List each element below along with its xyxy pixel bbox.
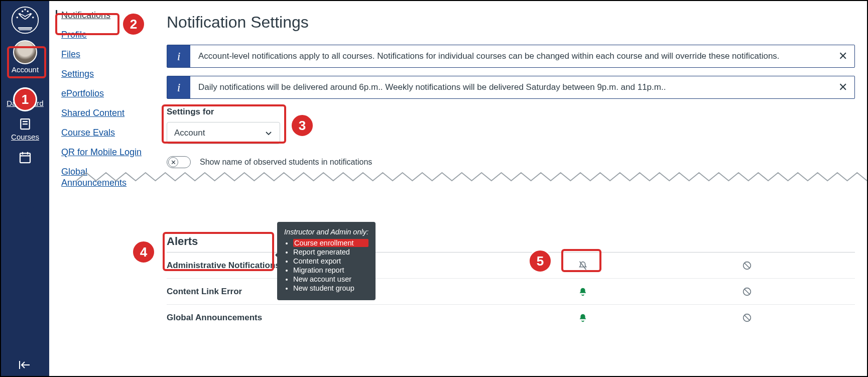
collapse-nav-button[interactable]: [1, 359, 49, 371]
subnav-shared-content[interactable]: Shared Content: [61, 108, 150, 118]
tooltip-item: New student group: [293, 284, 368, 292]
observed-students-toggle-row: ✕ Show name of observed students in noti…: [167, 156, 855, 168]
svg-point-2: [30, 13, 32, 15]
toggle-knob-off: ✕: [168, 157, 178, 167]
cle-channel-1-button[interactable]: [570, 282, 596, 302]
institution-logo: [9, 4, 41, 36]
book-icon: [18, 116, 33, 132]
svg-point-8: [25, 92, 26, 94]
info-icon: i: [167, 45, 190, 67]
speedometer-icon: [18, 83, 33, 98]
collapse-icon: [18, 359, 33, 371]
row-content-link-error: Content Link Error: [167, 278, 855, 304]
ga-channel-2-button[interactable]: [734, 308, 760, 328]
settings-for-label: Settings for: [167, 107, 855, 117]
observed-students-toggle[interactable]: ✕: [167, 156, 191, 168]
subnav-files[interactable]: Files: [61, 49, 150, 60]
info-icon: i: [167, 76, 190, 98]
info-banner-1: i Account-level notifications apply to a…: [167, 45, 855, 68]
row-global-announcements: Global Announcements: [167, 304, 855, 330]
settings-for-select[interactable]: Account: [167, 122, 280, 144]
info-banner-1-text: Account-level notifications apply to all…: [190, 45, 831, 67]
svg-point-4: [27, 11, 29, 13]
nav-account[interactable]: Account: [1, 36, 49, 79]
alerts-heading: Alerts: [167, 232, 855, 252]
settings-for-value: Account: [174, 128, 205, 138]
tooltip-item: Content export: [293, 257, 368, 265]
admin-channel-2-button[interactable]: [734, 256, 760, 276]
nav-courses[interactable]: Courses: [1, 112, 49, 146]
svg-point-7: [32, 17, 34, 19]
svg-point-3: [22, 11, 24, 13]
subnav-profile[interactable]: Profile: [61, 30, 150, 40]
disabled-icon: [741, 286, 753, 297]
nav-break-zigzag: [11, 202, 41, 224]
nav-dashboard-label: Dashboard: [7, 99, 43, 107]
subnav-qr-login[interactable]: QR for Mobile Login: [61, 147, 150, 158]
row-administrative-notifications: Administrative Notifications: [167, 252, 855, 278]
observed-students-toggle-label: Show name of observed students in notifi…: [200, 158, 372, 167]
tooltip-header: Instructor and Admin only:: [284, 228, 368, 236]
chevron-down-icon: [265, 129, 273, 137]
svg-rect-10: [20, 153, 30, 163]
bell-on-icon: [577, 286, 588, 297]
tooltip-item: Migration report: [293, 266, 368, 274]
svg-point-6: [17, 17, 19, 19]
nav-lower-fill: [1, 202, 49, 376]
info-banner-1-close[interactable]: ✕: [831, 45, 854, 67]
cle-channel-2-button[interactable]: [734, 282, 760, 302]
bell-off-icon: [577, 260, 588, 271]
disabled-icon: [741, 312, 753, 323]
subnav-notifications[interactable]: Notifications: [56, 10, 150, 21]
nav-calendar[interactable]: [1, 146, 49, 165]
alerts-section: Alerts Administrative Notifications Cont…: [167, 232, 855, 330]
info-banner-2: i Daily notifications will be delivered …: [167, 76, 855, 99]
tooltip-item: Course enrollment: [293, 239, 368, 247]
svg-point-1: [19, 13, 21, 15]
subnav-settings[interactable]: Settings: [61, 69, 150, 79]
subnav-eportfolios[interactable]: ePortfolios: [61, 88, 150, 99]
bell-on-icon: [577, 312, 588, 323]
account-subnav: Notifications Profile Files Settings ePo…: [49, 1, 155, 376]
row-ga-label: Global Announcements: [167, 313, 388, 323]
admin-notifications-tooltip: Instructor and Admin only: Course enroll…: [277, 222, 376, 300]
avatar: [13, 40, 37, 64]
admin-channel-1-button[interactable]: [570, 256, 596, 276]
ga-channel-1-button[interactable]: [570, 308, 596, 328]
nav-account-label: Account: [12, 65, 39, 74]
svg-marker-11: [11, 207, 41, 224]
calendar-icon: [18, 150, 33, 165]
tooltip-item: Report generated: [293, 248, 368, 256]
page-title: Notification Settings: [167, 13, 855, 32]
info-banner-2-text: Daily notifications will be delivered ar…: [190, 76, 831, 98]
nav-courses-label: Courses: [11, 133, 39, 141]
nav-dashboard[interactable]: Dashboard: [1, 79, 49, 112]
tooltip-item: New account user: [293, 275, 368, 283]
subnav-global-announcements[interactable]: Global Announcements: [61, 167, 150, 188]
svg-point-5: [24, 9, 26, 11]
info-banner-2-close[interactable]: ✕: [831, 76, 854, 98]
settings-for-group: Settings for Account: [167, 107, 855, 144]
disabled-icon: [741, 260, 753, 271]
subnav-course-evals[interactable]: Course Evals: [61, 128, 150, 138]
